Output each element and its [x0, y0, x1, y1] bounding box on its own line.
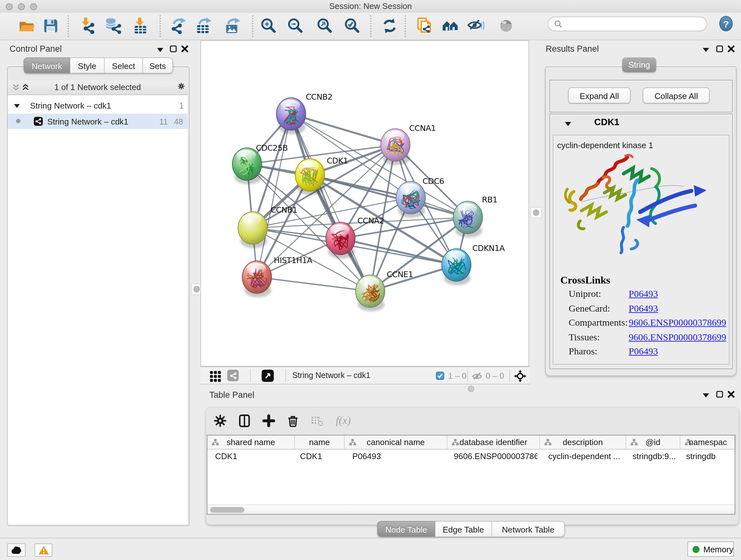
column-header-canonicalname[interactable]: canonical name [345, 435, 448, 449]
tree-expander-icon[interactable] [14, 104, 20, 108]
network-node-CDC6[interactable] [396, 181, 425, 218]
column-header-@id[interactable]: @id [626, 435, 680, 449]
network-node-RB1[interactable] [453, 201, 482, 238]
gear-icon[interactable] [212, 413, 228, 429]
expand-all-button[interactable]: Expand All [568, 87, 630, 104]
cell-namespac: stringdb [686, 451, 716, 461]
network-node-CCNE1[interactable] [355, 275, 385, 311]
hide-selected-icon[interactable] [466, 17, 485, 35]
birds-eye-view-icon[interactable] [262, 369, 274, 381]
collapse-section-icon[interactable] [565, 122, 571, 126]
status-bar: Memory [0, 538, 741, 560]
zoom-fit-icon[interactable] [315, 17, 333, 35]
first-neighbors-icon[interactable] [441, 17, 460, 35]
table-scrollbar[interactable] [207, 504, 735, 514]
network-node-HIST1H1A[interactable] [242, 261, 272, 297]
open-session-icon[interactable] [17, 17, 36, 35]
network-node-CCNA1[interactable] [381, 129, 410, 165]
toolbar-separator [250, 369, 251, 382]
close-panel-icon[interactable] [727, 45, 735, 52]
memory-button[interactable]: Memory [687, 542, 734, 557]
delete-column-icon[interactable] [285, 413, 301, 429]
cloud-icon [11, 546, 22, 554]
close-window-button[interactable] [5, 3, 12, 10]
tab-node-table[interactable]: Node Table [377, 521, 435, 537]
zoom-selected-icon[interactable] [342, 17, 361, 35]
import-network-file-icon[interactable] [77, 17, 96, 35]
toolbar-separator [467, 369, 468, 382]
tab-select[interactable]: Select [105, 57, 143, 73]
network-node-CCNA2[interactable] [326, 222, 355, 259]
left-splitter[interactable] [190, 40, 200, 384]
export-image-icon[interactable] [223, 17, 242, 35]
column-header-description[interactable]: description [540, 435, 626, 449]
add-column-icon[interactable] [260, 413, 277, 429]
tab-style[interactable]: Style [70, 57, 105, 73]
network-node-CDC25B[interactable] [232, 148, 262, 184]
network-list-toolbar: 1 of 1 Network selected [8, 80, 188, 95]
close-panel-icon[interactable] [727, 390, 735, 398]
float-panel-icon[interactable] [702, 46, 710, 54]
show-all-icon[interactable] [497, 17, 515, 35]
maximize-panel-icon[interactable] [716, 390, 723, 398]
right-splitter[interactable] [530, 40, 545, 367]
crosslink-value[interactable]: P06493 [629, 289, 658, 300]
collapse-all-button[interactable]: Collapse All [643, 87, 710, 104]
zoom-window-button[interactable] [30, 3, 37, 10]
search-input[interactable] [548, 17, 707, 31]
tab-network[interactable]: Network [23, 57, 70, 73]
node-label-CDC6: CDC6 [422, 177, 444, 186]
minimize-window-button[interactable] [17, 3, 24, 10]
bottom-splitter-handle[interactable] [468, 386, 474, 392]
maximize-panel-icon[interactable] [716, 45, 723, 52]
network-node-CCNB1[interactable] [238, 212, 267, 248]
grid-view-icon[interactable] [209, 370, 221, 382]
crosslink-value[interactable]: 9606.ENSP00000378699 [629, 317, 726, 328]
clone-network-icon[interactable] [414, 17, 433, 35]
column-header-sharedname[interactable]: shared name [207, 435, 295, 449]
delete-table-icon[interactable] [309, 413, 326, 429]
cloud-button[interactable] [7, 543, 25, 557]
network-node-CCNB2[interactable] [276, 98, 306, 134]
column-header-namespac[interactable]: namespac [680, 435, 736, 449]
warning-button[interactable] [35, 543, 52, 557]
network-row[interactable]: String Network – cdk1 11 48 [8, 114, 188, 129]
network-canvas[interactable]: CCNB2CCNA1CDC25BCDK1CDC6RB1CCNB1CCNA2CDK… [200, 40, 529, 367]
right-splitter-handle[interactable] [530, 207, 542, 219]
network-node-CDKN1A[interactable] [442, 249, 471, 285]
float-panel-icon[interactable] [702, 391, 710, 399]
help-button[interactable]: ? [719, 16, 733, 31]
network-collection-row[interactable]: String Network – cdk1 1 [8, 98, 188, 114]
cell-canonicalname: P06493 [352, 451, 381, 461]
crosslink-value[interactable]: 9606.ENSP00000378699 [629, 332, 726, 343]
column-header-databaseidentifier[interactable]: database identifier [448, 435, 540, 449]
zoom-in-icon[interactable] [259, 17, 277, 35]
node-label-RB1: RB1 [482, 195, 497, 204]
tab-edge-table[interactable]: Edge Table [435, 521, 492, 537]
function-builder-icon[interactable]: f(x) [335, 413, 352, 429]
gear-icon[interactable] [178, 82, 185, 90]
node-label-CDK1: CDK1 [327, 156, 348, 165]
column-header-name[interactable]: name [295, 435, 345, 449]
float-panel-icon[interactable] [156, 46, 164, 54]
refresh-icon[interactable] [380, 17, 399, 35]
tab-network-table[interactable]: Network Table [492, 521, 565, 537]
network-node-CDK1[interactable] [295, 159, 325, 195]
export-table-icon[interactable] [194, 17, 213, 35]
tab-string[interactable]: String [622, 57, 656, 72]
save-session-icon[interactable] [41, 17, 60, 35]
close-panel-icon[interactable] [181, 45, 188, 52]
import-network-database-icon[interactable] [104, 17, 122, 35]
network-view-icon[interactable] [227, 370, 239, 381]
export-network-icon[interactable] [169, 17, 187, 35]
maximize-panel-icon[interactable] [169, 45, 177, 52]
split-table-icon[interactable] [236, 413, 253, 429]
tab-sets[interactable]: Sets [143, 57, 173, 73]
crosslink-value[interactable]: P06493 [629, 346, 658, 357]
import-table-file-icon[interactable] [131, 17, 149, 35]
crosslink-value[interactable]: P06493 [629, 303, 658, 314]
selected-checkbox[interactable] [436, 372, 444, 380]
zoom-out-icon[interactable] [286, 17, 304, 35]
scrollbar-thumb[interactable] [210, 507, 245, 512]
fit-content-icon[interactable] [513, 369, 527, 382]
